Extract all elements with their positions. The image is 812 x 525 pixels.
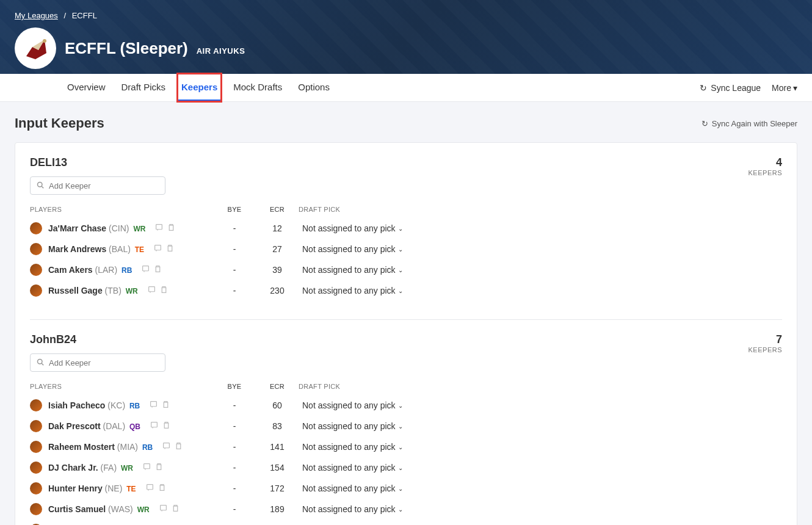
keeper-count-label: KEEPERS bbox=[749, 169, 782, 176]
delete-icon[interactable] bbox=[160, 286, 168, 295]
position-badge: QB bbox=[129, 422, 140, 431]
svg-point-8 bbox=[38, 360, 43, 364]
draft-pick-select[interactable]: Not assigned to any pick ⌄ bbox=[299, 442, 421, 452]
note-icon[interactable] bbox=[143, 463, 151, 472]
add-keeper-search[interactable] bbox=[30, 353, 165, 372]
keeper-count-number: 7 bbox=[749, 333, 782, 346]
ecr-value: 230 bbox=[256, 286, 299, 295]
player-team: (WAS) bbox=[108, 504, 133, 514]
delete-icon[interactable] bbox=[167, 223, 175, 233]
chevron-down-icon: ⌄ bbox=[398, 402, 403, 409]
tab-keepers[interactable]: Keepers bbox=[178, 74, 221, 101]
player-team: (NE) bbox=[105, 483, 123, 493]
svg-rect-5 bbox=[155, 245, 161, 250]
bye-value: - bbox=[213, 483, 256, 493]
note-icon[interactable] bbox=[159, 504, 167, 514]
delete-icon[interactable] bbox=[154, 265, 162, 275]
sync-again-button[interactable]: ↻ Sync Again with Sleeper bbox=[701, 119, 797, 128]
player-name[interactable]: Hunter Henry bbox=[48, 483, 103, 493]
player-name[interactable]: Russell Gage bbox=[48, 286, 103, 295]
draft-pick-value: Not assigned to any pick bbox=[302, 442, 396, 452]
add-keeper-input[interactable] bbox=[49, 358, 159, 368]
keeper-count: 7 KEEPERS bbox=[749, 333, 782, 353]
position-badge: RB bbox=[121, 266, 132, 275]
player-name[interactable]: Isiah Pacheco bbox=[48, 400, 105, 410]
note-icon[interactable] bbox=[142, 265, 150, 275]
player-name[interactable]: DJ Chark Jr. bbox=[48, 463, 98, 472]
delete-icon[interactable] bbox=[166, 244, 174, 254]
draft-pick-select[interactable]: Not assigned to any pick ⌄ bbox=[299, 286, 421, 295]
player-name[interactable]: Ja'Marr Chase bbox=[48, 223, 106, 233]
player-team: (CIN) bbox=[109, 223, 129, 233]
chevron-down-icon: ⌄ bbox=[398, 246, 403, 253]
player-name[interactable]: Curtis Samuel bbox=[48, 504, 106, 514]
player-avatar bbox=[30, 284, 42, 297]
note-icon[interactable] bbox=[155, 223, 163, 233]
note-icon[interactable] bbox=[146, 483, 154, 493]
draft-pick-select[interactable]: Not assigned to any pick ⌄ bbox=[299, 400, 421, 410]
player-name[interactable]: Cam Akers bbox=[48, 265, 93, 275]
note-icon[interactable] bbox=[154, 244, 162, 254]
tab-overview[interactable]: Overview bbox=[63, 74, 109, 101]
col-draft-pick: DRAFT PICK bbox=[299, 383, 421, 390]
breadcrumb: My Leagues / ECFFL bbox=[0, 0, 812, 27]
player-row: Curtis Samuel (WAS) WR - 189 Not assigne… bbox=[30, 499, 782, 520]
note-icon[interactable] bbox=[162, 442, 170, 452]
delete-icon[interactable] bbox=[172, 504, 179, 514]
more-dropdown[interactable]: More ▾ bbox=[772, 83, 797, 93]
sync-league-label: Sync League bbox=[711, 83, 761, 93]
col-draft-pick: DRAFT PICK bbox=[299, 206, 421, 213]
draft-pick-select[interactable]: Not assigned to any pick ⌄ bbox=[299, 244, 421, 254]
delete-icon[interactable] bbox=[162, 421, 170, 431]
bye-value: - bbox=[213, 504, 256, 514]
draft-pick-select[interactable]: Not assigned to any pick ⌄ bbox=[299, 504, 421, 514]
tab-draft-picks[interactable]: Draft Picks bbox=[118, 74, 170, 101]
svg-rect-4 bbox=[156, 225, 162, 230]
keepers-card: DELI13 4 KEEPERS PLAYERS BYE ECR DRAFT P… bbox=[15, 142, 797, 525]
draft-pick-select[interactable]: Not assigned to any pick ⌄ bbox=[299, 463, 421, 472]
delete-icon[interactable] bbox=[175, 442, 183, 452]
svg-rect-10 bbox=[151, 402, 157, 407]
delete-icon[interactable] bbox=[162, 400, 170, 410]
tab-options[interactable]: Options bbox=[294, 74, 333, 101]
ecr-value: 60 bbox=[256, 400, 299, 410]
player-team: (DAL) bbox=[103, 421, 125, 431]
draft-pick-select[interactable]: Not assigned to any pick ⌄ bbox=[299, 483, 421, 493]
draft-pick-value: Not assigned to any pick bbox=[302, 286, 396, 295]
player-name[interactable]: Mark Andrews bbox=[48, 244, 106, 254]
player-row: DJ Chark Jr. (FA) WR - 154 Not assigned … bbox=[30, 457, 782, 478]
search-icon bbox=[37, 181, 44, 190]
player-row: Hunter Henry (NE) TE - 172 Not assigned … bbox=[30, 478, 782, 499]
player-name[interactable]: Dak Prescott bbox=[48, 421, 101, 431]
sync-league-button[interactable]: ↻ Sync League bbox=[700, 83, 761, 93]
bye-value: - bbox=[213, 400, 256, 410]
draft-pick-select[interactable]: Not assigned to any pick ⌄ bbox=[299, 421, 421, 431]
player-team: (LAR) bbox=[95, 265, 118, 275]
player-avatar bbox=[30, 222, 42, 234]
draft-pick-select[interactable]: Not assigned to any pick ⌄ bbox=[299, 223, 421, 233]
draft-pick-value: Not assigned to any pick bbox=[302, 400, 396, 410]
add-keeper-search[interactable] bbox=[30, 176, 165, 195]
bye-value: - bbox=[213, 265, 256, 275]
note-icon[interactable] bbox=[148, 286, 156, 295]
col-ecr: ECR bbox=[256, 383, 299, 390]
bye-value: - bbox=[213, 463, 256, 472]
delete-icon[interactable] bbox=[158, 483, 166, 493]
chevron-down-icon: ⌄ bbox=[398, 485, 403, 492]
tab-mock-drafts[interactable]: Mock Drafts bbox=[230, 74, 286, 101]
breadcrumb-home[interactable]: My Leagues bbox=[15, 11, 58, 20]
note-icon[interactable] bbox=[150, 400, 158, 410]
refresh-icon: ↻ bbox=[700, 83, 707, 93]
player-avatar bbox=[30, 482, 42, 494]
chevron-down-icon: ⌄ bbox=[398, 506, 403, 513]
league-avatar bbox=[15, 27, 56, 69]
player-row: Dak Prescott (DAL) QB - 83 Not assigned … bbox=[30, 416, 782, 436]
note-icon[interactable] bbox=[150, 421, 158, 431]
player-row: Isiah Pacheco (KC) RB - 60 Not assigned … bbox=[30, 395, 782, 416]
delete-icon[interactable] bbox=[155, 463, 163, 472]
add-keeper-input[interactable] bbox=[49, 181, 159, 190]
draft-pick-select[interactable]: Not assigned to any pick ⌄ bbox=[299, 265, 421, 275]
chevron-down-icon: ⌄ bbox=[398, 423, 403, 430]
player-name[interactable]: Raheem Mostert bbox=[48, 442, 115, 452]
svg-rect-11 bbox=[151, 422, 158, 427]
